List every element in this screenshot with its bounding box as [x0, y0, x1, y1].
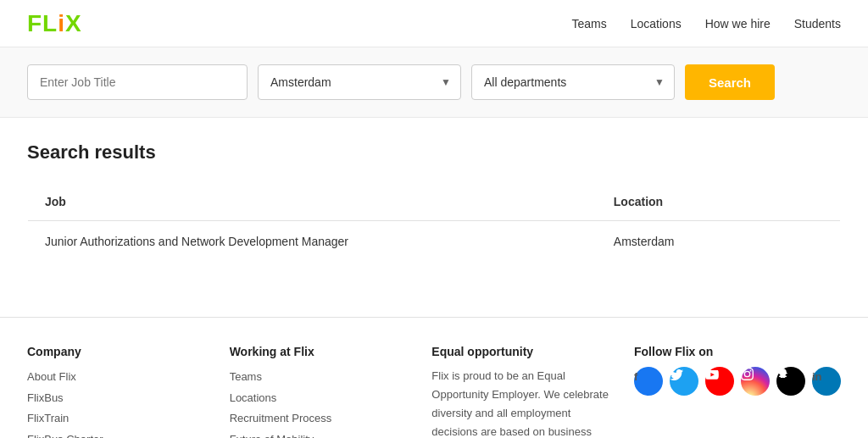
footer-follow-title: Follow Flix on: [634, 345, 841, 358]
job-title-input[interactable]: [27, 64, 248, 100]
main-nav: Teams Locations How we hire Students: [572, 17, 841, 30]
footer-equal-title: Equal opportunity: [431, 345, 614, 358]
department-select[interactable]: All departments Engineering Marketing Op…: [471, 64, 675, 100]
footer-working-title: Working at Flix: [230, 345, 412, 358]
social-youtube-icon[interactable]: [705, 367, 734, 396]
nav-item-students[interactable]: Students: [794, 17, 841, 30]
footer-equal: Equal opportunity Flix is proud to be an…: [431, 345, 614, 438]
logo-accent: i: [58, 10, 65, 36]
footer-about-flix[interactable]: About Flix: [27, 367, 209, 388]
footer-flixbus[interactable]: FlixBus: [27, 388, 209, 409]
jobs-table: Job Location Junior Authorizations and N…: [27, 182, 841, 263]
footer-flixtrain[interactable]: FlixTrain: [27, 408, 209, 430]
job-title-cell: Junior Authorizations and Network Develo…: [28, 221, 597, 263]
results-title: Search results: [27, 141, 841, 164]
footer: Company About Flix FlixBus FlixTrain Fli…: [0, 317, 868, 438]
social-linkedin-icon[interactable]: in: [812, 367, 841, 396]
location-select[interactable]: Amsterdam Berlin Munich Vienna: [258, 64, 461, 100]
social-snapchat-icon[interactable]: [776, 367, 805, 396]
footer-working-locations[interactable]: Locations: [230, 388, 412, 409]
col-header-job: Job: [28, 183, 597, 221]
job-location-cell: Amsterdam: [597, 221, 841, 263]
department-dropdown-wrapper: All departments Engineering Marketing Op…: [471, 64, 675, 100]
social-icons: f in: [634, 367, 841, 396]
footer-working: Working at Flix Teams Locations Recruitm…: [230, 345, 412, 438]
nav-item-teams[interactable]: Teams: [572, 17, 607, 30]
table-row[interactable]: Junior Authorizations and Network Develo…: [28, 221, 841, 263]
search-button[interactable]: Search: [685, 64, 775, 100]
location-dropdown-wrapper: Amsterdam Berlin Munich Vienna ▼: [258, 64, 461, 100]
footer-company: Company About Flix FlixBus FlixTrain Fli…: [27, 345, 209, 438]
footer-follow: Follow Flix on f in: [634, 345, 841, 438]
social-twitter-icon[interactable]: [670, 367, 698, 396]
footer-working-future[interactable]: Future of Mobility: [230, 430, 412, 438]
footer-flixbus-charter[interactable]: FlixBus Charter: [27, 430, 209, 438]
search-bar: Amsterdam Berlin Munich Vienna ▼ All dep…: [0, 47, 868, 118]
nav-item-how-we-hire[interactable]: How we hire: [705, 17, 771, 30]
logo: FLiX: [27, 10, 82, 37]
social-instagram-icon[interactable]: [741, 367, 770, 396]
header: FLiX Teams Locations How we hire Student…: [0, 0, 868, 47]
footer-working-recruitment[interactable]: Recruitment Process: [230, 408, 412, 430]
footer-equal-text: Flix is proud to be an Equal Opportunity…: [431, 367, 614, 438]
footer-company-title: Company: [27, 345, 209, 358]
main-content: Search results Job Location Junior Autho…: [0, 118, 868, 290]
footer-working-teams[interactable]: Teams: [230, 367, 412, 388]
col-header-location: Location: [597, 183, 841, 221]
nav-item-locations[interactable]: Locations: [631, 17, 682, 30]
social-facebook-icon[interactable]: f: [634, 367, 663, 396]
